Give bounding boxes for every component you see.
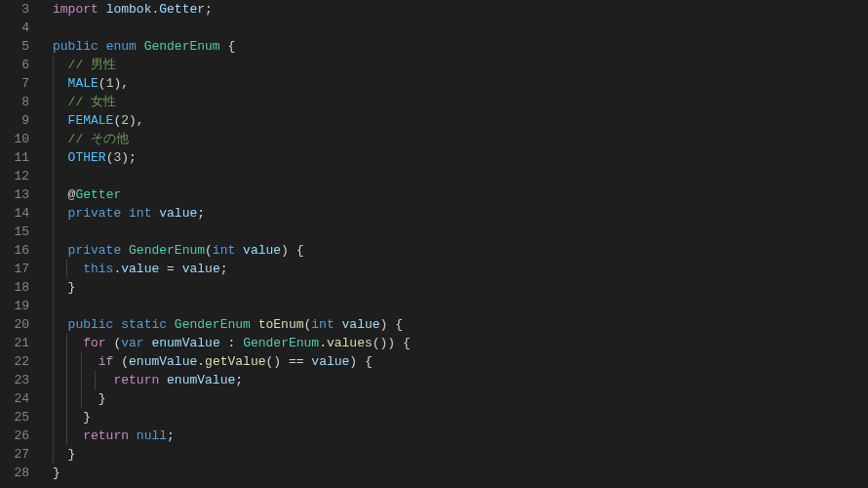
- indent-guide: [66, 408, 67, 427]
- code-line[interactable]: OTHER(3);: [53, 148, 868, 167]
- code-text: this.value = value;: [53, 262, 228, 276]
- code-line[interactable]: [53, 297, 868, 315]
- code-line[interactable]: this.value = value;: [53, 260, 868, 278]
- line-number: 7: [0, 74, 29, 93]
- indent-guide: [53, 167, 54, 185]
- code-text: OTHER(3);: [53, 150, 137, 165]
- code-line[interactable]: private int value;: [53, 204, 868, 223]
- code-line[interactable]: }: [53, 389, 868, 408]
- indent-guide: [66, 389, 67, 408]
- indent-guide: [53, 371, 54, 389]
- code-line[interactable]: }: [53, 278, 868, 297]
- indent-guide: [53, 278, 54, 297]
- code-line[interactable]: }: [53, 408, 868, 427]
- line-number: 3: [0, 0, 29, 19]
- line-number: 12: [0, 167, 29, 185]
- indent-guide: [53, 389, 54, 408]
- code-line[interactable]: }: [53, 445, 868, 464]
- code-line[interactable]: @Getter: [53, 185, 868, 204]
- code-line[interactable]: import lombok.Getter;: [53, 0, 868, 19]
- line-number: 18: [0, 278, 29, 297]
- indent-guide: [53, 148, 54, 167]
- line-number: 20: [0, 315, 29, 334]
- indent-guide: [53, 223, 54, 241]
- indent-guide: [53, 445, 54, 464]
- code-line[interactable]: // その他: [53, 130, 868, 148]
- line-number: 23: [0, 371, 29, 389]
- code-line[interactable]: [53, 223, 868, 241]
- indent-guide: [66, 260, 67, 278]
- line-number: 14: [0, 204, 29, 223]
- code-text: MALE(1),: [53, 76, 129, 91]
- indent-guide: [53, 111, 54, 130]
- code-content-area[interactable]: import lombok.Getter;public enum GenderE…: [41, 0, 868, 488]
- code-line[interactable]: if (enumValue.getValue() == value) {: [53, 352, 868, 371]
- line-number: 9: [0, 111, 29, 130]
- code-line[interactable]: return enumValue;: [53, 371, 868, 389]
- code-text: // その他: [53, 132, 129, 146]
- line-number: 25: [0, 408, 29, 427]
- line-number: 21: [0, 334, 29, 352]
- code-editor[interactable]: 3456789101112131415161718192021222324252…: [0, 0, 868, 488]
- code-line[interactable]: // 女性: [53, 93, 868, 111]
- line-number: 15: [0, 223, 29, 241]
- code-text: }: [53, 410, 91, 425]
- line-number: 27: [0, 445, 29, 464]
- line-number: 11: [0, 148, 29, 167]
- indent-guide: [53, 130, 54, 148]
- line-number: 28: [0, 464, 29, 482]
- code-line[interactable]: MALE(1),: [53, 74, 868, 93]
- indent-guide: [53, 204, 54, 223]
- code-text: private GenderEnum(int value) {: [53, 243, 304, 258]
- indent-guide: [66, 371, 67, 389]
- code-text: }: [53, 447, 75, 462]
- code-text: public static GenderEnum toEnum(int valu…: [53, 317, 403, 332]
- indent-guide: [53, 241, 54, 260]
- line-number: 6: [0, 56, 29, 74]
- code-text: @Getter: [53, 187, 121, 202]
- indent-guide: [66, 352, 67, 371]
- indent-guide: [53, 297, 54, 315]
- line-number: 5: [0, 37, 29, 56]
- line-number: 17: [0, 260, 29, 278]
- indent-guide: [53, 408, 54, 427]
- code-line[interactable]: FEMALE(2),: [53, 111, 868, 130]
- code-text: }: [53, 280, 75, 295]
- line-number: 10: [0, 130, 29, 148]
- code-text: private int value;: [53, 206, 205, 221]
- code-text: // 男性: [53, 58, 116, 72]
- code-line[interactable]: // 男性: [53, 56, 868, 74]
- indent-guide: [81, 389, 82, 408]
- line-number: 4: [0, 19, 29, 37]
- indent-guide: [66, 427, 67, 445]
- code-line[interactable]: private GenderEnum(int value) {: [53, 241, 868, 260]
- indent-guide: [53, 315, 54, 334]
- code-text: }: [53, 466, 60, 480]
- code-text: // 女性: [53, 95, 116, 109]
- indent-guide: [95, 371, 96, 389]
- line-number: 24: [0, 389, 29, 408]
- line-number: 19: [0, 297, 29, 315]
- indent-guide: [53, 74, 54, 93]
- code-line[interactable]: for (var enumValue : GenderEnum.values()…: [53, 334, 868, 352]
- indent-guide: [53, 260, 54, 278]
- code-line[interactable]: }: [53, 464, 868, 482]
- code-line[interactable]: return null;: [53, 427, 868, 445]
- code-line[interactable]: [53, 167, 868, 185]
- indent-guide: [81, 371, 82, 389]
- line-number: 13: [0, 185, 29, 204]
- code-line[interactable]: public enum GenderEnum {: [53, 37, 868, 56]
- indent-guide: [53, 427, 54, 445]
- indent-guide: [66, 334, 67, 352]
- code-text: public enum GenderEnum {: [53, 39, 235, 54]
- line-number: 8: [0, 93, 29, 111]
- code-text: }: [53, 391, 106, 406]
- code-text: for (var enumValue : GenderEnum.values()…: [53, 336, 411, 350]
- indent-guide: [53, 352, 54, 371]
- line-number: 22: [0, 352, 29, 371]
- code-line[interactable]: public static GenderEnum toEnum(int valu…: [53, 315, 868, 334]
- code-text: return null;: [53, 428, 175, 443]
- code-text: FEMALE(2),: [53, 113, 144, 128]
- line-number-gutter: 3456789101112131415161718192021222324252…: [0, 0, 41, 488]
- code-line[interactable]: [53, 19, 868, 37]
